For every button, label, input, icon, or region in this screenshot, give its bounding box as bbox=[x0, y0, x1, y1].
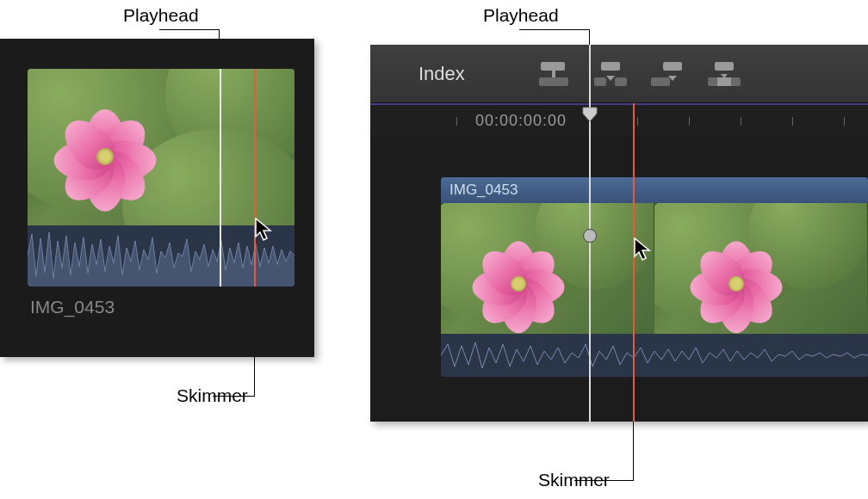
svg-rect-12 bbox=[441, 334, 868, 377]
overwrite-clip-icon[interactable] bbox=[708, 60, 741, 88]
skimmer[interactable] bbox=[633, 103, 635, 422]
svg-rect-1 bbox=[541, 62, 565, 71]
playhead[interactable] bbox=[220, 69, 221, 286]
clip-name-label: IMG_0453 bbox=[30, 297, 115, 317]
playhead-label-right: Playhead bbox=[483, 5, 559, 26]
index-button[interactable]: Index bbox=[398, 56, 486, 92]
insert-clip-icon[interactable] bbox=[594, 60, 627, 88]
timeline-area[interactable]: IMG_0453 bbox=[370, 136, 868, 422]
leader-line bbox=[213, 396, 255, 397]
svg-rect-8 bbox=[651, 77, 670, 86]
timeline-clip[interactable]: IMG_0453 bbox=[441, 177, 868, 377]
timecode-label: 00:00:00:00 bbox=[475, 112, 567, 130]
svg-rect-11 bbox=[717, 77, 731, 86]
cursor-icon bbox=[255, 218, 274, 242]
svg-rect-9 bbox=[715, 62, 734, 71]
timeline-audio-waveform bbox=[441, 334, 868, 377]
timeline-panel: Index 00:00:00:00 IMG_0453 bbox=[370, 45, 868, 422]
timeline-ruler[interactable]: 00:00:00:00 bbox=[370, 103, 868, 136]
skimmer[interactable] bbox=[254, 69, 256, 286]
svg-rect-7 bbox=[663, 62, 682, 71]
clip-filmstrip bbox=[441, 203, 868, 334]
svg-rect-3 bbox=[552, 71, 555, 77]
svg-rect-6 bbox=[615, 77, 627, 86]
leader-line bbox=[159, 29, 219, 30]
leader-line bbox=[254, 357, 255, 396]
cursor-icon bbox=[634, 237, 653, 262]
append-clip-icon[interactable] bbox=[651, 60, 684, 88]
playhead-label-left: Playhead bbox=[123, 5, 199, 26]
leader-line bbox=[519, 29, 589, 30]
connect-clip-icon[interactable] bbox=[537, 60, 570, 88]
svg-rect-5 bbox=[594, 77, 606, 86]
timeline-toolbar: Index bbox=[370, 45, 868, 103]
svg-rect-4 bbox=[601, 62, 620, 71]
leader-line bbox=[633, 422, 634, 480]
browser-panel: IMG_0453 bbox=[0, 39, 314, 357]
svg-rect-2 bbox=[539, 77, 568, 86]
timeline-clip-name: IMG_0453 bbox=[441, 177, 868, 203]
leader-line bbox=[574, 480, 634, 481]
